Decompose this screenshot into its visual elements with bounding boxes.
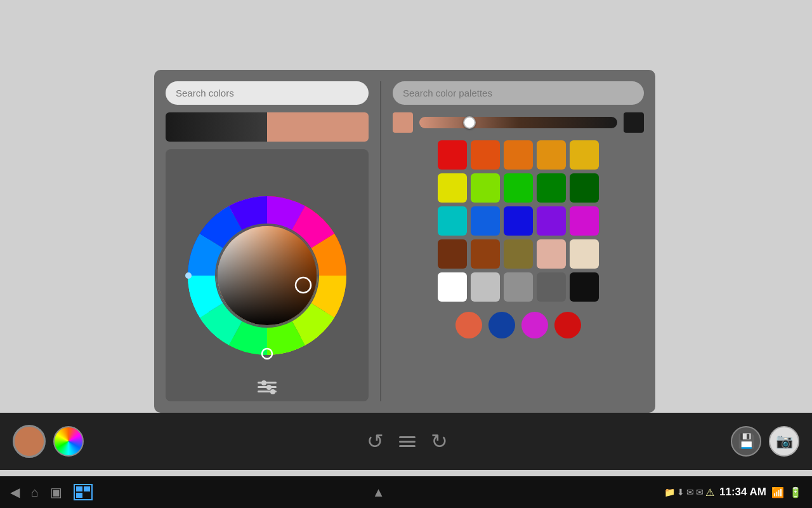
home-button[interactable]: ⌂ (31, 485, 39, 500)
opacity-black-swatch (624, 112, 644, 133)
system-bar: ◀ ⌂ ▣ ▲ 📁 ⬇ ✉ ✉ ⚠ 11:34 AM 📶 🔋 (0, 476, 812, 508)
qr-cell-4 (84, 493, 90, 498)
recent-swatch-0[interactable] (455, 312, 482, 338)
sys-nav-left: ◀ ⌂ ▣ (10, 484, 93, 500)
color-cell-21[interactable] (471, 272, 500, 302)
color-cell-3[interactable] (537, 140, 566, 170)
brush-preview (13, 425, 46, 458)
color-cell-18[interactable] (537, 239, 566, 269)
menu-line-1 (399, 436, 416, 438)
menu-line-2 (399, 441, 416, 443)
battery-icon: 🔋 (789, 486, 802, 498)
qr-cell-3 (76, 493, 82, 498)
sliders-icon[interactable] (258, 382, 277, 392)
tool-left (13, 425, 84, 458)
color-cell-5[interactable] (438, 173, 467, 203)
opacity-track (419, 117, 617, 128)
spiral-icon[interactable] (53, 426, 84, 457)
qr-cell-1 (76, 486, 82, 491)
sys-status-right: 📁 ⬇ ✉ ✉ ⚠ 11:34 AM 📶 🔋 (664, 486, 802, 498)
color-dialog (154, 70, 655, 413)
left-panel (166, 81, 381, 401)
color-grid (393, 140, 644, 302)
tools-area: ↺ ↻ 💾 📷 (0, 413, 812, 470)
opacity-thumb[interactable] (463, 116, 476, 129)
slider-line-2 (258, 386, 277, 388)
color-cell-14[interactable] (570, 206, 599, 236)
color-cell-13[interactable] (537, 206, 566, 236)
status-icons: 📁 ⬇ ✉ ✉ ⚠ (664, 486, 714, 498)
color-cell-0[interactable] (438, 140, 467, 170)
color-cell-1[interactable] (471, 140, 500, 170)
mail2-icon: ✉ (696, 487, 704, 497)
color-cell-20[interactable] (438, 272, 467, 302)
color-wheel-svg[interactable] (181, 190, 353, 361)
color-cell-7[interactable] (504, 173, 533, 203)
camera-button[interactable]: 📷 (769, 426, 799, 457)
opacity-swatch (393, 112, 413, 133)
menu-button[interactable] (399, 436, 416, 447)
tool-center: ↺ ↻ (367, 429, 448, 453)
chevron-up-icon[interactable]: ▲ (372, 485, 385, 500)
undo-button[interactable]: ↺ (367, 429, 384, 453)
svg-rect-5 (218, 226, 318, 326)
recent-swatch-1[interactable] (488, 312, 515, 338)
sys-nav-center: ▲ (372, 485, 385, 500)
color-cell-22[interactable] (504, 272, 533, 302)
color-cell-12[interactable] (504, 206, 533, 236)
color-cell-19[interactable] (570, 239, 599, 269)
color-cell-6[interactable] (471, 173, 500, 203)
back-button[interactable]: ◀ (10, 485, 20, 500)
recent-swatch-2[interactable] (521, 312, 548, 338)
warning-icon: ⚠ (705, 486, 714, 498)
color-cell-11[interactable] (471, 206, 500, 236)
qr-cell-2 (84, 486, 90, 491)
search-colors-input[interactable] (166, 81, 369, 105)
redo-button[interactable]: ↻ (431, 429, 448, 453)
mail-icon: ✉ (686, 487, 694, 497)
color-preview-bar (166, 112, 369, 142)
recent-swatch-3[interactable] (554, 312, 581, 338)
color-cell-9[interactable] (570, 173, 599, 203)
right-panel (381, 81, 644, 401)
search-palettes-input[interactable] (393, 81, 644, 105)
qr-button[interactable] (74, 484, 93, 500)
color-cell-23[interactable] (537, 272, 566, 302)
slider-line-1 (258, 382, 277, 384)
wifi-icon: 📶 (771, 486, 784, 498)
color-cell-8[interactable] (537, 173, 566, 203)
menu-line-3 (399, 445, 416, 447)
opacity-row (393, 112, 644, 133)
recents-button[interactable]: ▣ (50, 485, 62, 500)
save-button[interactable]: 💾 (731, 426, 761, 457)
color-cell-2[interactable] (504, 140, 533, 170)
color-cell-17[interactable] (504, 239, 533, 269)
color-cell-24[interactable] (570, 272, 599, 302)
color-cell-15[interactable] (438, 239, 467, 269)
ring-indicator-dot (185, 272, 192, 279)
color-cell-16[interactable] (471, 239, 500, 269)
recent-colors (393, 309, 644, 338)
storage-icon: 📁 (664, 487, 675, 497)
preview-light-swatch (267, 112, 369, 142)
slider-line-3 (258, 391, 277, 392)
download-icon: ⬇ (677, 487, 684, 497)
time-display: 11:34 AM (719, 486, 766, 498)
tool-right: 💾 📷 (731, 426, 799, 457)
preview-dark-swatch (166, 112, 267, 142)
opacity-slider[interactable] (419, 112, 617, 133)
color-wheel-container[interactable] (166, 149, 369, 401)
color-cell-4[interactable] (570, 140, 599, 170)
color-cell-10[interactable] (438, 206, 467, 236)
